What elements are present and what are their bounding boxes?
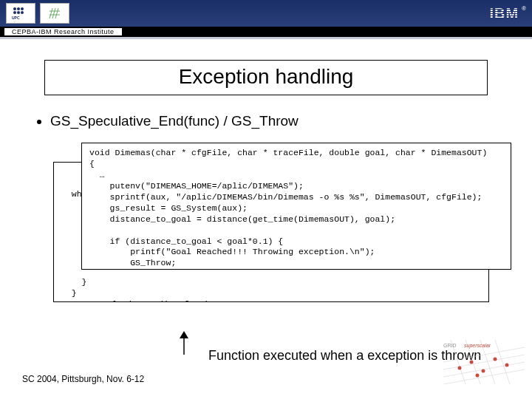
arrow-icon [176,331,192,356]
footer-text: SC 2004, Pittsburgh, Nov. 6-12 [22,374,144,384]
svg-point-26 [505,364,509,367]
svg-line-21 [495,340,510,384]
logo-group: UPC [6,3,69,24]
svg-point-1 [17,7,20,10]
ibm-logo: IBM® [489,5,526,22]
svg-text:UPC: UPC [12,16,20,20]
upc-logo: UPC [6,3,35,24]
svg-marker-13 [180,331,188,338]
svg-line-8 [52,8,55,18]
svg-point-23 [470,361,474,364]
svg-line-15 [443,355,525,369]
svg-point-22 [458,366,462,370]
svg-point-0 [13,7,16,10]
svg-point-24 [482,369,485,373]
svg-point-4 [17,11,20,14]
annotation-text: Function executed when a exception is th… [208,348,481,364]
bullet-item: GS_Speculative_End(func) / GS_Throw [37,113,532,129]
code-box-front: void Dimemas(char * cfgFile, char * trac… [81,143,511,270]
svg-point-27 [476,374,480,378]
svg-line-9 [55,8,58,18]
svg-text:GRID: GRID [443,343,457,348]
svg-text:superscalar: superscalar [464,343,491,349]
grid-decoration-icon: GRID superscalar [443,340,525,384]
page-title: Exception handling [44,60,488,95]
registered-icon: ® [522,5,526,12]
svg-point-3 [13,11,16,14]
header-black-band: CEPBA-IBM Research Institute [0,27,532,37]
svg-line-7 [50,8,52,18]
svg-point-25 [494,358,497,361]
bullet-text: GS_Speculative_End(func) / GS_Throw [50,113,299,129]
svg-point-5 [21,11,24,14]
bullet-icon [37,120,41,124]
header-blue-band: UPC IBM® [0,0,532,27]
header-divider [0,37,532,39]
institute-label: CEPBA-IBM Research Institute [4,28,122,35]
bsc-logo [40,3,69,24]
header: UPC IBM® CEPBA-IBM Research Institute [0,0,532,39]
svg-point-2 [21,7,24,10]
